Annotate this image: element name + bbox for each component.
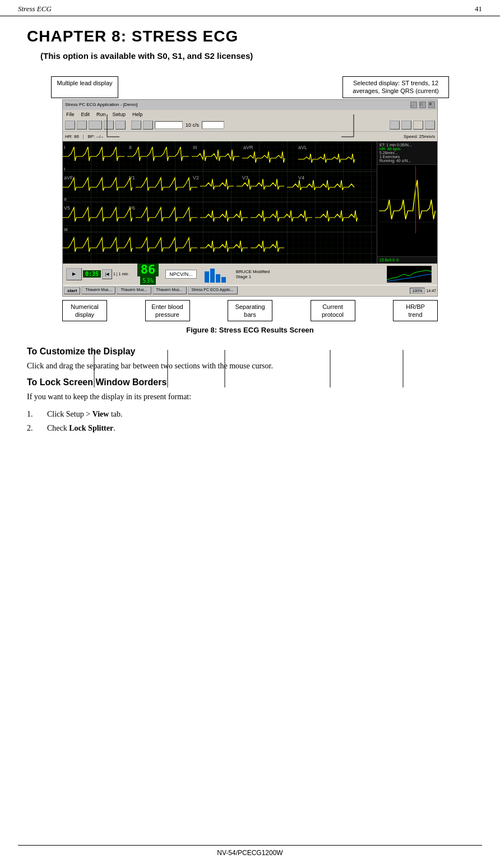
section-heading-lock: To Lock Screen Window Borders (27, 377, 473, 387)
svg-text:V3: V3 (242, 175, 248, 181)
body-text-lock: If you want to keep the display in its p… (27, 391, 473, 403)
svg-rect-35 (210, 269, 215, 283)
callout-current-protocol: Currentprotocol (311, 300, 355, 322)
svg-text:I: I (64, 145, 66, 150)
svg-text:V2: V2 (193, 175, 199, 181)
svg-text:200: 200 (205, 266, 209, 266)
body-text-customize: Click and drag the separating bar betwee… (27, 360, 473, 372)
svg-text:II: II (129, 145, 132, 150)
taskbar-item-3[interactable]: Thauern Mus... (152, 287, 187, 294)
step-1: 1. Click Setup > View tab. (27, 408, 473, 421)
svg-text:V4: V4 (298, 175, 304, 181)
svg-text:V6: V6 (129, 205, 135, 211)
ecg-screen: Stress PC ECG Application - [Demo] _ □ ✕… (62, 99, 438, 297)
callout-numerical-display: Numericaldisplay (62, 300, 107, 322)
figure-wrapper: Multiple lead display Selected display: … (40, 76, 460, 321)
svg-text:III: III (193, 145, 197, 150)
svg-rect-34 (205, 271, 209, 283)
hr-percent: 53% (140, 276, 156, 285)
step-2-bold: Lock Splitter (69, 424, 113, 432)
svg-text:aVR: aVR (243, 145, 253, 150)
svg-text:V5: V5 (64, 205, 70, 211)
callout-separating-bars: Separatingbars (228, 300, 272, 322)
svg-text:III: III (64, 227, 68, 232)
section-heading-customize: To Customize the Display (27, 347, 473, 357)
chapter-title: CHAPTER 8: STRESS ECG (27, 27, 473, 45)
callout-enter-blood-pressure: Enter bloodpressure (145, 300, 190, 322)
hr-value: 86 (137, 263, 159, 276)
svg-text:V1: V1 (129, 175, 135, 181)
steps-list: 1. Click Setup > View tab. 2. Check Lock… (27, 408, 473, 435)
callout-multiple-lead: Multiple lead display (51, 76, 118, 98)
bp-button[interactable]: NPCV/N... (165, 270, 197, 279)
svg-text:II: II (64, 197, 66, 202)
taskbar-item-4[interactable]: Stress PC ECG Applic... (188, 287, 238, 294)
win-start-button[interactable]: start (64, 287, 80, 294)
figure-caption: Figure 8: Stress ECG Results Screen (27, 326, 473, 334)
page-footer: NV-54/PCECG1200W (18, 845, 482, 857)
callout-hr-bp-trend: HR/BPtrend (393, 300, 438, 322)
chapter-subtitle: (This option is available with S0, S1, a… (40, 51, 473, 61)
svg-text:aVL: aVL (298, 145, 307, 150)
svg-rect-36 (216, 274, 220, 283)
callout-selected-display: Selected display: ST trends, 12 averages… (342, 76, 449, 98)
taskbar-item-2[interactable]: Thauern Mus... (117, 287, 151, 294)
taskbar-item-1[interactable]: Thauern Mus... (81, 287, 115, 294)
svg-text:aVF: aVF (64, 175, 73, 181)
header-page-number: 41 (475, 4, 482, 13)
step-1-bold: View (92, 410, 109, 418)
footer-label: NV-54/PCECG1200W (217, 849, 283, 857)
header-title: Stress ECG (18, 4, 52, 13)
svg-text:300: 300 (205, 267, 210, 271)
svg-rect-37 (221, 277, 226, 283)
step-2: 2. Check Lock Splitter. (27, 422, 473, 435)
svg-text:I: I (64, 167, 65, 172)
